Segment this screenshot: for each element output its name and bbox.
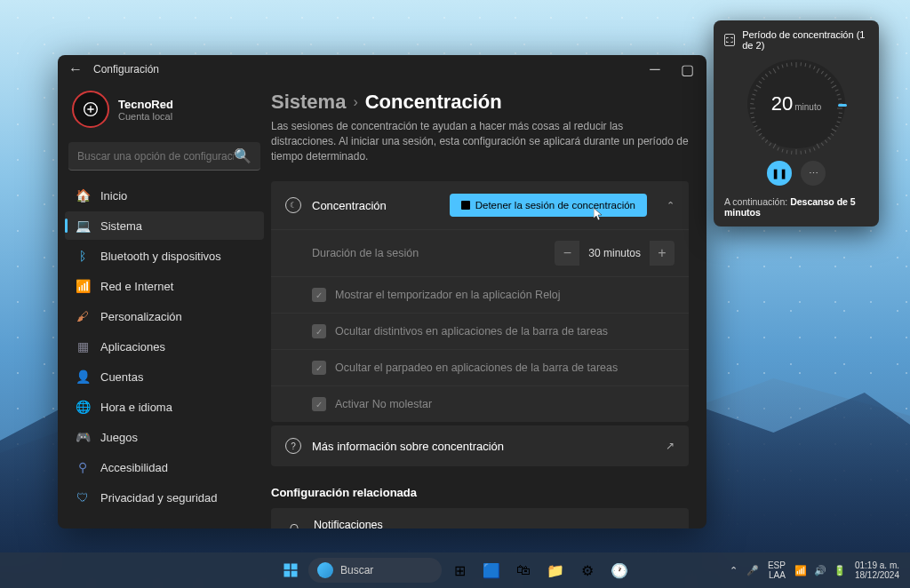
option-row: ✓Ocultar el parpadeo en aplicaciones de … bbox=[271, 349, 689, 385]
sidebar-item-aplicaciones[interactable]: ▦Aplicaciones bbox=[65, 332, 264, 361]
maximize-button[interactable]: ▢ bbox=[675, 57, 699, 82]
breadcrumb: Sistema › Concentración bbox=[271, 91, 689, 114]
clock-icon[interactable]: 🕐 bbox=[605, 556, 634, 584]
sidebar-item-privacidad-y-seguridad[interactable]: 🛡Privacidad y seguridad bbox=[65, 483, 264, 512]
related-heading: Configuración relacionada bbox=[271, 486, 689, 499]
sidebar-item-label: Red e Internet bbox=[100, 280, 173, 293]
focus-icon: ☾ bbox=[285, 197, 301, 213]
titlebar: ← Configuración ─ ▢ bbox=[58, 55, 706, 83]
breadcrumb-parent[interactable]: Sistema bbox=[271, 91, 346, 114]
nav-icon: 👤 bbox=[76, 369, 90, 384]
taskbar-search[interactable]: Buscar bbox=[308, 558, 442, 583]
store-icon[interactable]: 🛍 bbox=[509, 556, 538, 584]
option-row: ✓Mostrar el temporizador en la aplicació… bbox=[271, 276, 689, 313]
info-card[interactable]: ? Más información sobre concentración ↗ bbox=[271, 425, 689, 466]
widget-title: Período de concentración (1 de 2) bbox=[742, 29, 868, 51]
duration-row: Duración de la sesión − 30 minutos + bbox=[271, 229, 689, 276]
checkbox[interactable]: ✓ bbox=[312, 288, 326, 302]
copilot-icon[interactable]: 🟦 bbox=[477, 556, 506, 584]
window-title: Configuración bbox=[93, 63, 159, 75]
checkbox[interactable]: ✓ bbox=[312, 361, 326, 375]
nav-icon: 🎮 bbox=[76, 430, 90, 444]
duration-value: 30 minutos bbox=[579, 242, 650, 265]
clock[interactable]: 01:19 a. m.18/12/2024 bbox=[855, 560, 899, 580]
more-button[interactable]: ⋯ bbox=[801, 161, 826, 186]
stop-focus-button[interactable]: Detener la sesión de concentración bbox=[450, 194, 647, 217]
chevron-up-icon[interactable]: ⌃ bbox=[667, 200, 675, 211]
stepper-plus-button[interactable]: + bbox=[650, 241, 675, 266]
wifi-icon[interactable]: 📶 bbox=[794, 565, 807, 576]
sidebar-item-label: Juegos bbox=[100, 431, 138, 444]
fullscreen-icon[interactable]: ⛶ bbox=[724, 34, 735, 46]
checkbox[interactable]: ✓ bbox=[312, 397, 326, 411]
notifications-card[interactable]: Notificaciones Alertas de aplicaciones y… bbox=[271, 508, 689, 528]
stepper-minus-button[interactable]: − bbox=[555, 241, 579, 266]
next-label: A continuación: Descanso de 5 minutos bbox=[724, 196, 868, 218]
sidebar-item-windows-update[interactable]: ↻Windows Update bbox=[65, 513, 264, 521]
duration-label: Duración de la sesión bbox=[312, 247, 555, 259]
sidebar-item-label: Personalización bbox=[100, 310, 182, 323]
option-row: ✓Ocultar distintivos en aplicaciones de … bbox=[271, 313, 689, 349]
sidebar-item-cuentas[interactable]: 👤Cuentas bbox=[65, 362, 264, 391]
back-button[interactable]: ← bbox=[65, 59, 86, 80]
nav-icon: ⚲ bbox=[76, 460, 90, 474]
profile[interactable]: TecnoRed Cuenta local bbox=[65, 83, 264, 142]
sidebar-item-sistema[interactable]: 💻Sistema bbox=[65, 211, 264, 240]
checkbox[interactable]: ✓ bbox=[312, 324, 326, 338]
sidebar-item-personalización[interactable]: 🖌Personalización bbox=[65, 302, 264, 330]
nav-icon: 🏠 bbox=[76, 188, 90, 203]
sidebar-item-label: Windows Update bbox=[100, 521, 188, 522]
search-box[interactable]: 🔍 bbox=[68, 142, 260, 171]
language-indicator[interactable]: ESPLAA bbox=[768, 560, 786, 580]
bell-icon bbox=[285, 521, 303, 528]
chevron-up-tray-icon[interactable]: ⌃ bbox=[730, 565, 738, 576]
nav: 🏠Inicio💻SistemaᛒBluetooth y dispositivos… bbox=[65, 181, 264, 521]
sidebar-item-accesibilidad[interactable]: ⚲Accesibilidad bbox=[65, 453, 264, 481]
settings-icon[interactable]: ⚙ bbox=[573, 556, 602, 584]
external-link-icon: ↗ bbox=[666, 440, 675, 452]
focus-card: ☾ Concentración Detener la sesión de con… bbox=[271, 181, 689, 422]
chevron-right-icon: › bbox=[671, 525, 675, 528]
option-label: Ocultar el parpadeo en aplicaciones de l… bbox=[335, 362, 675, 374]
mic-icon[interactable]: 🎤 bbox=[746, 565, 759, 576]
volume-icon[interactable]: 🔊 bbox=[814, 565, 826, 576]
sidebar-item-juegos[interactable]: 🎮Juegos bbox=[65, 423, 264, 451]
svg-rect-3 bbox=[284, 571, 291, 577]
sidebar-item-label: Hora e idioma bbox=[100, 401, 172, 414]
start-button[interactable] bbox=[276, 556, 305, 584]
profile-name: TecnoRed bbox=[118, 98, 173, 111]
search-icon: 🔍 bbox=[234, 147, 251, 164]
search-circle-icon bbox=[317, 562, 333, 578]
search-input[interactable] bbox=[77, 150, 234, 163]
nav-icon: ▦ bbox=[76, 339, 90, 354]
notif-title: Notificaciones bbox=[314, 519, 651, 528]
option-label: Ocultar distintivos en aplicaciones de l… bbox=[335, 325, 675, 338]
focus-widget: ⛶ Período de concentración (1 de 2) 20mi… bbox=[714, 20, 879, 226]
sidebar-item-inicio[interactable]: 🏠Inicio bbox=[65, 181, 264, 210]
battery-icon[interactable]: 🔋 bbox=[834, 565, 846, 576]
sidebar-item-label: Privacidad y seguridad bbox=[100, 491, 218, 505]
nav-icon: 🌐 bbox=[76, 400, 90, 414]
nav-icon: 💻 bbox=[76, 219, 90, 233]
timer-progress-arc bbox=[838, 104, 847, 107]
info-title: Más información sobre concentración bbox=[312, 440, 655, 453]
nav-icon: 📶 bbox=[76, 279, 90, 293]
minimize-button[interactable]: ─ bbox=[643, 57, 667, 82]
sidebar-item-label: Inicio bbox=[100, 189, 127, 203]
nav-icon: 🛡 bbox=[76, 490, 90, 505]
info-icon: ? bbox=[285, 438, 301, 454]
content: Sistema › Concentración Las sesiones de … bbox=[271, 83, 706, 528]
nav-icon: 🖌 bbox=[76, 309, 90, 323]
sidebar-item-hora-e-idioma[interactable]: 🌐Hora e idioma bbox=[65, 393, 264, 421]
sidebar: TecnoRed Cuenta local 🔍 🏠Inicio💻Sistemaᛒ… bbox=[58, 83, 271, 528]
chevron-right-icon: › bbox=[353, 94, 357, 110]
sidebar-item-label: Cuentas bbox=[100, 370, 143, 384]
profile-type: Cuenta local bbox=[118, 111, 173, 122]
nav-icon: ↻ bbox=[76, 520, 90, 521]
sidebar-item-bluetooth-y-dispositivos[interactable]: ᛒBluetooth y dispositivos bbox=[65, 242, 264, 270]
sidebar-item-label: Sistema bbox=[100, 219, 142, 233]
task-view-icon[interactable]: ⊞ bbox=[445, 556, 474, 584]
pause-button[interactable]: ❚❚ bbox=[767, 161, 792, 186]
sidebar-item-red-e-internet[interactable]: 📶Red e Internet bbox=[65, 272, 264, 300]
explorer-icon[interactable]: 📁 bbox=[541, 556, 570, 584]
